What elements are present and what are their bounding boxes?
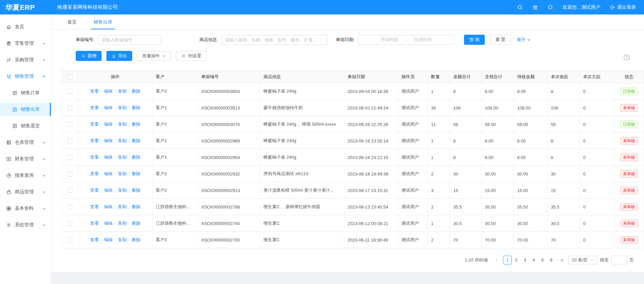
sidebar-item-sales-outbound[interactable]: 销售出库 xyxy=(0,103,51,116)
row-delete-link[interactable]: 删除 xyxy=(132,237,141,242)
tab-home[interactable]: 首页 xyxy=(63,14,81,29)
row-copy-link[interactable]: 复制 xyxy=(118,171,127,176)
logout-button[interactable]: 退出登录 xyxy=(610,4,636,10)
row-checkbox[interactable] xyxy=(67,188,72,193)
row-checkbox[interactable] xyxy=(67,89,72,94)
sidebar-item-sales-management[interactable]: 销售管理 xyxy=(0,70,51,83)
row-edit-link[interactable]: 编辑 xyxy=(104,122,113,127)
row-edit-link[interactable]: 编辑 xyxy=(104,155,113,160)
sidebar-item-system-management[interactable]: 系统管理 xyxy=(0,218,51,232)
separator: | xyxy=(129,204,130,209)
row-copy-link[interactable]: 复制 xyxy=(118,221,127,226)
row-checkbox[interactable] xyxy=(67,155,72,160)
sidebar-item-retail-management[interactable]: 零售管理 xyxy=(0,37,51,50)
row-copy-link[interactable]: 复制 xyxy=(118,122,127,127)
expand-link[interactable]: 展开 xyxy=(517,37,531,43)
gear-icon xyxy=(181,54,186,58)
row-view-link[interactable]: 查看 xyxy=(90,221,99,226)
row-delete-link[interactable]: 删除 xyxy=(132,221,141,226)
row-copy-link[interactable]: 复制 xyxy=(118,105,127,110)
page-2-button[interactable]: 2 xyxy=(512,256,521,264)
row-checkbox[interactable] xyxy=(67,221,72,226)
jump-to-page-input[interactable] xyxy=(611,256,627,264)
row-view-link[interactable]: 查看 xyxy=(90,237,99,242)
cell-actions: 查看|编辑|复制|删除 xyxy=(78,116,152,133)
row-edit-link[interactable]: 编辑 xyxy=(104,89,113,94)
row-view-link[interactable]: 查看 xyxy=(90,155,99,160)
question-circle-icon[interactable]: ? xyxy=(623,54,630,61)
sidebar-item-warehouse-management[interactable]: 仓库管理 xyxy=(0,136,51,149)
row-delete-link[interactable]: 删除 xyxy=(132,171,141,176)
cell-receivable: 8.00 xyxy=(514,83,547,100)
row-checkbox[interactable] xyxy=(67,171,72,177)
cell-date: 2023-09-04 00:18:39 xyxy=(344,83,398,100)
row-delete-link[interactable]: 删除 xyxy=(132,138,141,143)
row-edit-link[interactable]: 编辑 xyxy=(104,188,113,193)
tab-sales-outbound[interactable]: 销售出库 xyxy=(89,14,117,29)
page-1-button[interactable]: 1 xyxy=(503,256,512,264)
row-copy-link[interactable]: 复制 xyxy=(118,155,127,160)
next-page-button[interactable]: > xyxy=(558,258,566,263)
search-button[interactable]: 查 询 xyxy=(464,35,485,45)
reset-button[interactable]: 重 置 xyxy=(490,35,511,45)
row-edit-link[interactable]: 编辑 xyxy=(104,171,113,176)
sidebar-item-basic-data[interactable]: 基本资料 xyxy=(0,202,51,215)
bill-no-input[interactable] xyxy=(98,35,162,45)
page-size-select[interactable]: 10 条/页 xyxy=(568,256,597,264)
row-delete-link[interactable]: 删除 xyxy=(132,155,141,160)
row-checkbox[interactable] xyxy=(67,238,72,243)
row-checkbox[interactable] xyxy=(67,138,72,144)
row-view-link[interactable]: 查看 xyxy=(90,138,99,143)
notification-bell-icon[interactable] xyxy=(547,4,553,10)
row-copy-link[interactable]: 复制 xyxy=(118,188,127,193)
row-checkbox[interactable] xyxy=(67,122,72,127)
row-checkbox[interactable] xyxy=(67,105,72,111)
page-5-button[interactable]: 5 xyxy=(538,256,547,264)
row-edit-link[interactable]: 编辑 xyxy=(104,221,113,226)
page-6-button[interactable]: 6 xyxy=(547,256,556,264)
page-4-button[interactable]: 4 xyxy=(529,256,538,264)
row-copy-link[interactable]: 复制 xyxy=(118,237,127,242)
sidebar-item-purchase-management[interactable]: 采购管理 xyxy=(0,53,51,67)
row-copy-link[interactable]: 复制 xyxy=(118,89,127,94)
add-button[interactable]: 新增 xyxy=(76,51,102,61)
app-logo[interactable]: 华夏ERP xyxy=(0,3,51,12)
search-icon[interactable] xyxy=(517,4,523,10)
row-view-link[interactable]: 查看 xyxy=(90,122,99,127)
row-delete-link[interactable]: 删除 xyxy=(132,89,141,94)
sidebar-item-home[interactable]: 首页 xyxy=(0,20,51,34)
row-view-link[interactable]: 查看 xyxy=(90,171,99,176)
row-edit-link[interactable]: 编辑 xyxy=(104,105,113,110)
row-copy-link[interactable]: 复制 xyxy=(118,138,127,143)
row-edit-link[interactable]: 编辑 xyxy=(104,204,113,209)
column-settings-button[interactable]: 列设置 xyxy=(176,51,207,61)
sidebar-item-sales-return[interactable]: 销售退货 xyxy=(0,119,51,133)
prev-page-button[interactable]: < xyxy=(493,258,500,263)
doc-icon xyxy=(12,90,17,96)
row-edit-link[interactable]: 编辑 xyxy=(104,237,113,242)
cell-tax-total: 8.00 xyxy=(481,149,514,166)
sidebar-item-product-management[interactable]: 商品管理 xyxy=(0,185,51,199)
row-view-link[interactable]: 查看 xyxy=(90,204,99,209)
row-delete-link[interactable]: 删除 xyxy=(132,122,141,127)
row-edit-link[interactable]: 编辑 xyxy=(104,138,113,143)
batch-actions-button[interactable]: 批量操作 xyxy=(137,51,171,61)
row-view-link[interactable]: 查看 xyxy=(90,105,99,110)
row-delete-link[interactable]: 删除 xyxy=(132,188,141,193)
row-view-link[interactable]: 查看 xyxy=(90,188,99,193)
row-delete-link[interactable]: 删除 xyxy=(132,105,141,110)
row-view-link[interactable]: 查看 xyxy=(90,89,99,94)
cell-amount: 108 xyxy=(450,100,481,116)
platform-icon[interactable] xyxy=(532,4,538,10)
sidebar-item-finance-management[interactable]: 财务管理 xyxy=(0,152,51,166)
row-copy-link[interactable]: 复制 xyxy=(118,204,127,209)
sidebar-item-report-query[interactable]: 报表查询 xyxy=(0,169,51,182)
sidebar-item-sales-order[interactable]: 销售订单 xyxy=(0,86,51,100)
date-range-picker[interactable]: 开始时间 ~ 结束时间 xyxy=(358,35,455,45)
select-all-checkbox[interactable] xyxy=(67,74,72,80)
page-3-button[interactable]: 3 xyxy=(521,256,529,264)
row-checkbox[interactable] xyxy=(67,204,72,210)
export-button[interactable]: 导出 xyxy=(106,51,132,61)
row-delete-link[interactable]: 删除 xyxy=(132,204,141,209)
product-info-input[interactable] xyxy=(221,35,327,45)
